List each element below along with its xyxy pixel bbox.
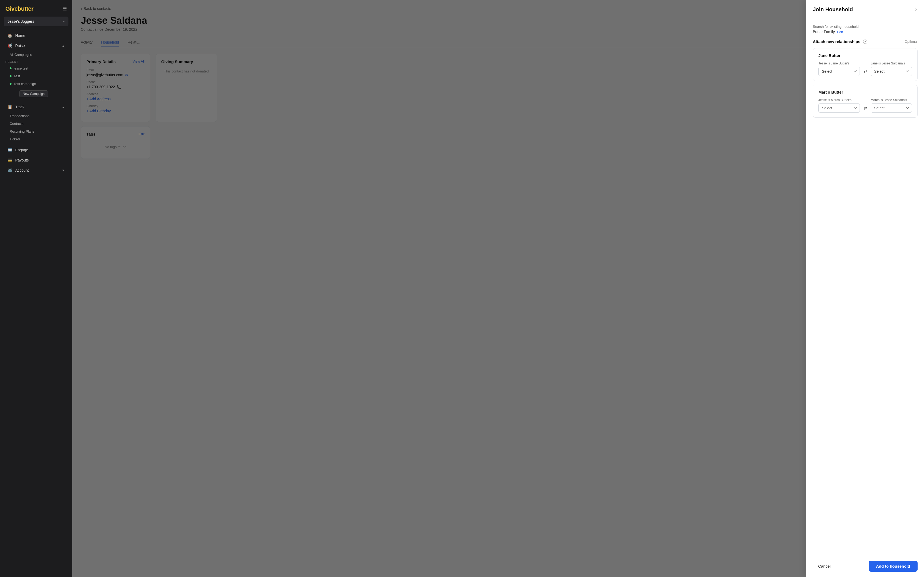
sidebar-item-home-label: Home: [15, 34, 25, 38]
attach-relationships-header: Attach new relationships ? Optional: [813, 39, 918, 44]
dot-icon: [10, 75, 11, 77]
sidebar-item-track[interactable]: 📋 Track ▲: [2, 102, 70, 112]
sidebar-item-raise-label: Raise: [15, 44, 25, 48]
modal-header: Join Household ×: [806, 0, 924, 18]
sidebar-item-track-label: Track: [15, 105, 24, 109]
modal-footer: Cancel Add to household: [806, 555, 924, 577]
edit-household-link[interactable]: Edit: [837, 30, 843, 34]
menu-icon[interactable]: ☰: [63, 6, 67, 12]
search-household-section: Search for existing household Butter Fam…: [813, 24, 918, 34]
raise-chevron-icon: ▲: [62, 44, 65, 47]
search-label: Search for existing household: [813, 24, 918, 29]
sidebar-item-account[interactable]: ⚙️ Account ▼: [2, 166, 70, 175]
modal-close-button[interactable]: ×: [914, 7, 918, 12]
dot-icon: [10, 83, 11, 85]
dot-icon: [10, 68, 11, 69]
sidebar-sub-recurring[interactable]: Recurring Plans: [0, 127, 72, 135]
main-area: ‹ Back to contacts Jesse Saldana Contact…: [72, 0, 924, 577]
home-icon: 🏠: [8, 33, 13, 38]
jane-fields-row: Jesse is Jane Butter's Select Spouse Par…: [818, 61, 912, 76]
marco-butter-name: Marco Butter: [818, 90, 912, 94]
account-icon: ⚙️: [8, 168, 13, 173]
sidebar-sub-contacts[interactable]: Contacts: [0, 120, 72, 127]
jane-is-jesses-label: Jane is Jesse Saldana's: [871, 61, 912, 65]
jesse-is-marcos-select[interactable]: Select Spouse Partner Child Parent Sibli…: [818, 103, 860, 113]
recent-item-0-label: jesse test: [14, 66, 28, 70]
join-household-modal: Join Household × Search for existing hou…: [806, 0, 924, 577]
sidebar-item-raise[interactable]: 📢 Raise ▲: [2, 41, 70, 50]
marco-is-jesses-label: Marco is Jesse Saldana's: [871, 98, 912, 102]
new-campaign-button[interactable]: New Campaign: [19, 90, 48, 97]
sidebar-sub-transactions[interactable]: Transactions: [0, 112, 72, 120]
modal-overlay[interactable]: [72, 0, 924, 577]
jesse-is-marcos-label: Jesse is Marco Butter's: [818, 98, 860, 102]
info-icon: ?: [863, 40, 867, 44]
track-icon: 📋: [8, 105, 13, 110]
sidebar-sub-tickets[interactable]: Tickets: [0, 135, 72, 143]
workspace-selector[interactable]: Jesse's Joggers ▾: [4, 16, 68, 26]
jesse-is-janes-group: Jesse is Jane Butter's Select Spouse Par…: [818, 61, 860, 76]
recurring-label: Recurring Plans: [10, 129, 34, 134]
swap-jane-button[interactable]: ⇄: [863, 68, 868, 75]
relationship-card-marco: Marco Butter Jesse is Marco Butter's Sel…: [813, 85, 918, 118]
sidebar-item-home[interactable]: 🏠 Home: [2, 31, 70, 40]
account-chevron-icon: ▼: [62, 169, 65, 172]
sidebar-sub-all-campaigns[interactable]: All Campaigns: [0, 51, 72, 58]
sidebar-item-payouts-label: Payouts: [15, 158, 29, 162]
tickets-label: Tickets: [10, 137, 21, 141]
jesse-is-marcos-group: Jesse is Marco Butter's Select Spouse Pa…: [818, 98, 860, 113]
recent-item-2-label: Test campaign: [14, 82, 36, 86]
sidebar-header: Givebutter ☰: [0, 0, 72, 16]
workspace-chevron-icon: ▾: [63, 19, 65, 23]
optional-label: Optional: [905, 40, 918, 44]
jesse-is-janes-select[interactable]: Select Spouse Partner Child Parent Sibli…: [818, 67, 860, 76]
add-to-household-button[interactable]: Add to household: [869, 561, 918, 572]
marco-is-jesses-select[interactable]: Select Spouse Partner Child Parent Sibli…: [871, 103, 912, 113]
attach-relationships-title: Attach new relationships ?: [813, 39, 867, 44]
all-campaigns-label: All Campaigns: [10, 53, 32, 57]
swap-marco-button[interactable]: ⇄: [863, 104, 868, 111]
jane-butter-name: Jane Butter: [818, 53, 912, 58]
jane-is-jesses-select[interactable]: Select Spouse Partner Child Parent Sibli…: [871, 67, 912, 76]
payouts-icon: 💳: [8, 158, 13, 163]
contacts-label: Contacts: [10, 122, 23, 126]
sidebar: Givebutter ☰ Jesse's Joggers ▾ 🏠 Home 📢 …: [0, 0, 72, 577]
transactions-label: Transactions: [10, 114, 29, 118]
sidebar-item-account-label: Account: [15, 168, 29, 172]
sidebar-item-engage[interactable]: ✉️ Engage: [2, 145, 70, 155]
modal-title: Join Household: [813, 6, 853, 13]
sidebar-recent-test-campaign[interactable]: Test campaign: [0, 80, 72, 88]
workspace-name: Jesse's Joggers: [8, 19, 34, 24]
household-value-row: Butter Family Edit: [813, 30, 918, 34]
relationship-card-jane: Jane Butter Jesse is Jane Butter's Selec…: [813, 48, 918, 81]
track-chevron-icon: ▲: [62, 105, 65, 108]
raise-icon: 📢: [8, 44, 13, 48]
household-name: Butter Family: [813, 30, 835, 34]
sidebar-recent-label: RECENT: [0, 58, 72, 64]
sidebar-item-engage-label: Engage: [15, 148, 28, 152]
cancel-button[interactable]: Cancel: [813, 561, 836, 571]
marco-is-jesses-group: Marco is Jesse Saldana's Select Spouse P…: [871, 98, 912, 113]
jesse-is-janes-label: Jesse is Jane Butter's: [818, 61, 860, 65]
modal-body: Search for existing household Butter Fam…: [806, 18, 924, 555]
sidebar-item-payouts[interactable]: 💳 Payouts: [2, 155, 70, 165]
marco-fields-row: Jesse is Marco Butter's Select Spouse Pa…: [818, 98, 912, 113]
sidebar-recent-test[interactable]: Test: [0, 72, 72, 80]
recent-item-1-label: Test: [14, 74, 20, 78]
engage-icon: ✉️: [8, 148, 13, 152]
jane-is-jesses-group: Jane is Jesse Saldana's Select Spouse Pa…: [871, 61, 912, 76]
sidebar-recent-jesse-test[interactable]: jesse test: [0, 64, 72, 72]
logo: Givebutter: [5, 5, 34, 12]
